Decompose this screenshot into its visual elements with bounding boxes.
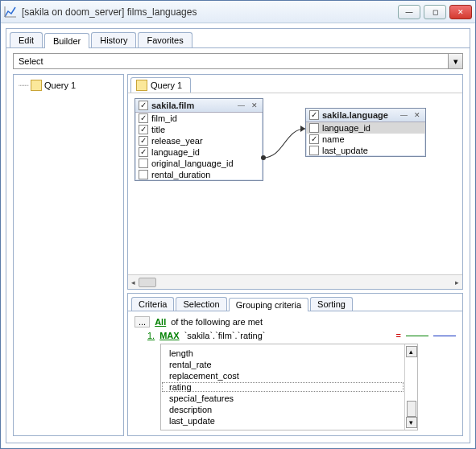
dropdown-item[interactable]: description bbox=[161, 404, 404, 415]
column-name: last_update bbox=[322, 146, 368, 155]
column-row[interactable]: film_id bbox=[135, 113, 263, 124]
column-row[interactable]: name bbox=[306, 134, 425, 145]
criteria-row-1: 1. MAX `sakila`.`film`.`rating` = bbox=[135, 331, 456, 340]
column-checkbox[interactable] bbox=[139, 159, 148, 168]
criteria-body: ... All of the following are met 1. MAX … bbox=[128, 311, 462, 435]
diagram-panel: Query 1 sakila.film—✕film_idtitlerelease… bbox=[127, 74, 463, 290]
app-window: [sakila on doom_server] films_languages … bbox=[0, 0, 476, 449]
minimize-button[interactable]: — bbox=[398, 5, 420, 19]
table-close-icon[interactable]: ✕ bbox=[412, 111, 422, 119]
dropdown-item[interactable]: rental_rate bbox=[161, 359, 404, 370]
criteria-all-link[interactable]: All bbox=[155, 317, 166, 327]
column-row[interactable]: rental_duration bbox=[135, 169, 263, 180]
column-checkbox[interactable] bbox=[139, 170, 148, 179]
tree-item-label: Query 1 bbox=[44, 80, 76, 90]
column-checkbox[interactable] bbox=[309, 123, 319, 133]
column-name: original_language_id bbox=[151, 159, 234, 168]
dropdown-scroll-thumb[interactable] bbox=[407, 401, 416, 417]
query-icon bbox=[31, 80, 42, 91]
column-row[interactable]: language_id bbox=[135, 146, 263, 158]
criteria-root-line: ... All of the following are met bbox=[135, 316, 456, 327]
table-header[interactable]: sakila.film—✕ bbox=[135, 99, 263, 113]
table-min-icon[interactable]: — bbox=[399, 111, 409, 119]
tab-history[interactable]: History bbox=[91, 32, 136, 47]
hscroll-left[interactable]: ◂ bbox=[131, 278, 135, 286]
ctab-selection[interactable]: Selection bbox=[176, 297, 226, 311]
ctab-sorting[interactable]: Sorting bbox=[310, 297, 353, 311]
column-checkbox[interactable] bbox=[139, 125, 148, 134]
table-header[interactable]: sakila.language—✕ bbox=[306, 109, 425, 122]
column-row[interactable]: last_update bbox=[306, 145, 425, 156]
table-name: sakila.film bbox=[151, 101, 233, 110]
table-min-icon[interactable]: — bbox=[236, 101, 246, 109]
criteria-options-button[interactable]: ... bbox=[135, 316, 150, 327]
dropdown-scrollbar[interactable]: ▴ ▾ bbox=[404, 344, 417, 430]
dropdown-item[interactable]: length bbox=[161, 348, 404, 359]
table-checkbox[interactable] bbox=[139, 101, 148, 110]
query-type-dropdown-button[interactable]: ▾ bbox=[448, 54, 462, 68]
column-checkbox[interactable] bbox=[139, 136, 148, 146]
query-type-label: Select bbox=[14, 56, 448, 66]
criteria-value-slot-1[interactable] bbox=[406, 336, 428, 336]
column-name: release_year bbox=[151, 136, 203, 146]
column-checkbox[interactable] bbox=[309, 134, 319, 144]
column-name: language_id bbox=[151, 147, 200, 157]
dropdown-item[interactable]: rating bbox=[161, 381, 404, 393]
field-dropdown: lengthrental_ratereplacement_costratings… bbox=[160, 344, 418, 430]
hscroll-thumb[interactable] bbox=[139, 278, 156, 287]
tab-builder[interactable]: Builder bbox=[44, 33, 89, 48]
query-tree: ┈┈ Query 1 bbox=[13, 74, 124, 436]
criteria-field[interactable]: `sakila`.`film`.`rating` bbox=[184, 331, 266, 340]
column-name: title bbox=[151, 125, 165, 134]
content-frame: Edit Builder History Favorites Select ▾ … bbox=[6, 28, 470, 443]
dropdown-item[interactable]: last_update bbox=[161, 415, 404, 426]
maximize-button[interactable]: ◻ bbox=[424, 5, 446, 19]
diagram-canvas[interactable]: sakila.film—✕film_idtitlerelease_yearlan… bbox=[128, 93, 462, 274]
ctab-criteria[interactable]: Criteria bbox=[131, 297, 174, 311]
canvas-tabs: Query 1 bbox=[128, 75, 462, 93]
dropdown-scroll-down[interactable]: ▾ bbox=[406, 417, 417, 428]
close-button[interactable]: ✕ bbox=[449, 5, 472, 19]
query-icon bbox=[136, 80, 147, 91]
criteria-value-slot-2[interactable] bbox=[433, 336, 456, 336]
column-name: rental_duration bbox=[151, 170, 210, 179]
criteria-operator[interactable]: = bbox=[396, 331, 401, 340]
table-name: sakila.language bbox=[322, 110, 395, 120]
hscroll-right[interactable]: ▸ bbox=[455, 278, 459, 286]
dropdown-item[interactable]: special_features bbox=[161, 393, 404, 404]
canvas-tab-query1[interactable]: Query 1 bbox=[130, 77, 191, 93]
criteria-root-text: of the following are met bbox=[171, 317, 263, 327]
column-row[interactable]: release_year bbox=[135, 135, 263, 146]
dropdown-scroll-up[interactable]: ▴ bbox=[406, 346, 417, 357]
main-split: ┈┈ Query 1 Query 1 sakila.film—✕film_idt… bbox=[13, 74, 463, 436]
canvas-tab-label: Query 1 bbox=[151, 80, 182, 90]
table-checkbox[interactable] bbox=[309, 110, 319, 120]
window-controls: — ◻ ✕ bbox=[398, 5, 472, 19]
criteria-aggregate[interactable]: MAX bbox=[159, 331, 179, 340]
app-icon bbox=[4, 6, 17, 19]
tree-item-query1[interactable]: ┈┈ Query 1 bbox=[19, 80, 118, 91]
canvas-hscroll[interactable]: ◂ ▸ bbox=[128, 274, 462, 289]
table-close-icon[interactable]: ✕ bbox=[250, 101, 259, 109]
column-row[interactable]: title bbox=[135, 124, 263, 135]
table-box[interactable]: sakila.language—✕language_idnamelast_upd… bbox=[305, 108, 426, 157]
column-name: name bbox=[322, 134, 345, 144]
column-row[interactable]: original_language_id bbox=[135, 158, 263, 169]
right-pane: Query 1 sakila.film—✕film_idtitlerelease… bbox=[127, 74, 463, 436]
column-name: film_id bbox=[151, 113, 177, 123]
tab-favorites[interactable]: Favorites bbox=[138, 32, 192, 47]
tab-edit[interactable]: Edit bbox=[10, 32, 43, 47]
criteria-row-num[interactable]: 1. bbox=[147, 331, 155, 340]
column-row[interactable]: language_id bbox=[306, 122, 425, 134]
dropdown-item[interactable]: replacement_cost bbox=[161, 370, 404, 381]
column-checkbox[interactable] bbox=[139, 147, 148, 157]
column-name: language_id bbox=[322, 123, 370, 133]
ctab-grouping[interactable]: Grouping criteria bbox=[229, 298, 308, 311]
query-type-select[interactable]: Select ▾ bbox=[13, 53, 463, 69]
column-checkbox[interactable] bbox=[309, 146, 319, 155]
field-dropdown-list: lengthrental_ratereplacement_costratings… bbox=[161, 344, 404, 430]
column-checkbox[interactable] bbox=[139, 113, 148, 123]
main-tabs: Edit Builder History Favorites bbox=[6, 29, 470, 48]
table-box[interactable]: sakila.film—✕film_idtitlerelease_yearlan… bbox=[135, 98, 263, 181]
criteria-tabs: Criteria Selection Grouping criteria Sor… bbox=[128, 294, 462, 311]
